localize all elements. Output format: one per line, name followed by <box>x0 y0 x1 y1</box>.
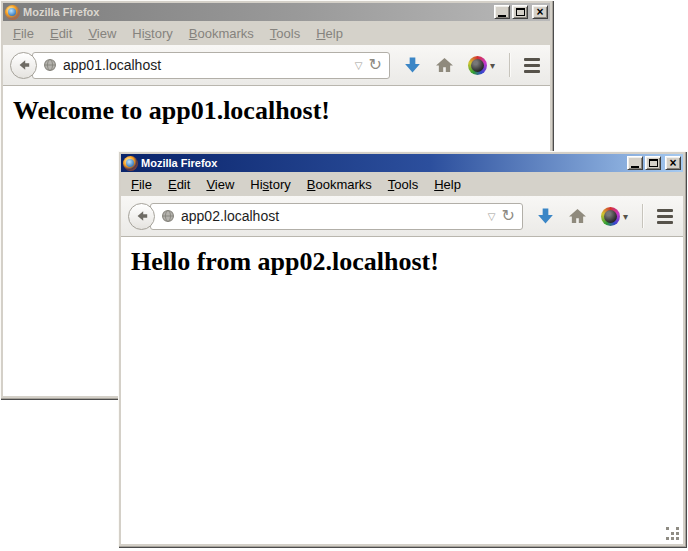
downloads-button[interactable] <box>404 56 421 74</box>
nav-toolbar: app01.localhost ▽ ↻ ▾ <box>3 45 550 86</box>
browser-window-app02: Mozilla Firefox × File Edit View History… <box>118 151 686 547</box>
minimize-button[interactable] <box>627 156 643 170</box>
menu-tools[interactable]: Tools <box>380 175 426 194</box>
url-bar[interactable]: app02.localhost ▽ ↻ <box>150 203 523 230</box>
hamburger-icon <box>657 209 673 224</box>
menu-history[interactable]: History <box>124 24 180 43</box>
menu-edit[interactable]: Edit <box>42 24 80 43</box>
page-content: Hello from app02.localhost! <box>121 237 683 544</box>
menu-help[interactable]: Help <box>426 175 469 194</box>
menu-bookmarks[interactable]: Bookmarks <box>181 24 262 43</box>
resize-grip[interactable] <box>666 527 680 541</box>
back-button[interactable] <box>10 52 37 79</box>
menu-bar: File Edit View History Bookmarks Tools H… <box>121 172 683 196</box>
menu-help[interactable]: Help <box>308 24 351 43</box>
titlebar[interactable]: Mozilla Firefox × <box>121 154 683 172</box>
back-arrow-icon <box>134 208 150 224</box>
url-bar[interactable]: app01.localhost ▽ ↻ <box>32 52 390 79</box>
reload-icon[interactable]: ↻ <box>502 208 515 224</box>
hamburger-icon <box>524 58 540 73</box>
maximize-icon <box>516 8 525 16</box>
url-dropdown-icon[interactable]: ▽ <box>355 60 363 71</box>
menu-history[interactable]: History <box>242 175 298 194</box>
minimize-button[interactable] <box>494 5 510 19</box>
color-wheel-icon <box>468 56 487 75</box>
dropdown-caret-icon: ▾ <box>490 60 495 71</box>
menu-tools[interactable]: Tools <box>262 24 308 43</box>
nav-toolbar: app02.localhost ▽ ↻ ▾ <box>121 196 683 237</box>
dropdown-caret-icon: ▾ <box>623 211 628 222</box>
menu-file[interactable]: File <box>123 175 160 194</box>
toolbar-separator <box>509 53 510 77</box>
minimize-icon <box>498 15 506 17</box>
back-arrow-icon <box>16 57 32 73</box>
menu-bookmarks[interactable]: Bookmarks <box>299 175 380 194</box>
maximize-icon <box>649 159 658 167</box>
color-wheel-icon <box>601 207 620 226</box>
close-button[interactable]: × <box>532 5 548 19</box>
menu-file[interactable]: File <box>5 24 42 43</box>
url-dropdown-icon[interactable]: ▽ <box>488 211 496 222</box>
home-button[interactable] <box>435 57 454 73</box>
menu-bar: File Edit View History Bookmarks Tools H… <box>3 21 550 45</box>
firefox-icon <box>5 5 20 20</box>
minimize-icon <box>631 166 639 168</box>
download-arrow-icon <box>537 207 554 225</box>
url-text[interactable]: app02.localhost <box>181 208 482 224</box>
color-wheel-button[interactable]: ▾ <box>468 56 495 75</box>
menu-view[interactable]: View <box>198 175 242 194</box>
menu-button[interactable] <box>524 58 540 73</box>
globe-icon <box>43 58 57 72</box>
downloads-button[interactable] <box>537 207 554 225</box>
menu-edit[interactable]: Edit <box>160 175 198 194</box>
color-wheel-button[interactable]: ▾ <box>601 207 628 226</box>
globe-icon <box>161 209 175 223</box>
maximize-button[interactable] <box>512 5 528 19</box>
maximize-button[interactable] <box>645 156 661 170</box>
home-icon <box>435 57 454 73</box>
firefox-icon <box>123 156 138 171</box>
download-arrow-icon <box>404 56 421 74</box>
home-icon <box>568 208 587 224</box>
window-title: Mozilla Firefox <box>141 157 624 169</box>
close-icon: × <box>669 159 676 168</box>
window-title: Mozilla Firefox <box>23 6 491 18</box>
close-button[interactable]: × <box>665 156 681 170</box>
page-heading: Hello from app02.localhost! <box>131 247 683 277</box>
home-button[interactable] <box>568 208 587 224</box>
page-heading: Welcome to app01.localhost! <box>13 96 550 126</box>
toolbar-separator <box>642 204 643 228</box>
close-icon: × <box>536 8 543 17</box>
reload-icon[interactable]: ↻ <box>369 57 382 73</box>
menu-button[interactable] <box>657 209 673 224</box>
titlebar[interactable]: Mozilla Firefox × <box>3 3 550 21</box>
back-button[interactable] <box>128 203 155 230</box>
url-text[interactable]: app01.localhost <box>63 57 349 73</box>
menu-view[interactable]: View <box>80 24 124 43</box>
